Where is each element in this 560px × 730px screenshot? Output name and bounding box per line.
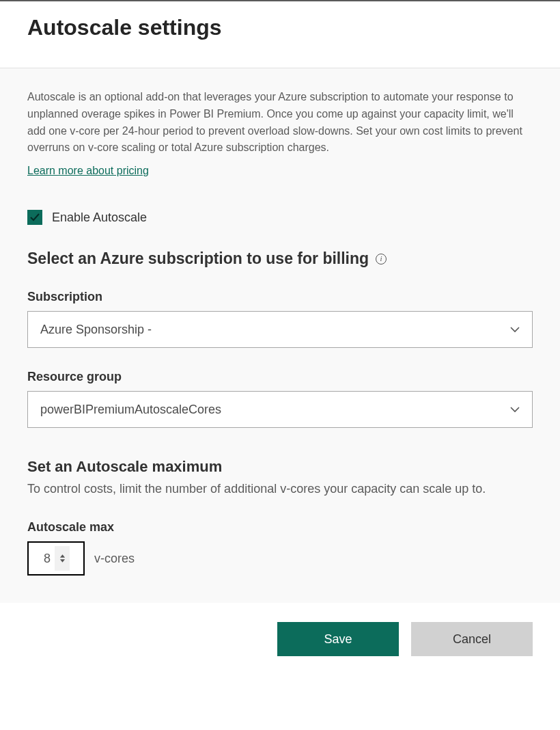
cancel-button[interactable]: Cancel <box>411 622 533 656</box>
chevron-down-icon <box>510 405 520 414</box>
subscription-dropdown[interactable]: Azure Sponsorship - <box>27 311 533 348</box>
subscription-value: Azure Sponsorship - <box>40 323 152 337</box>
dialog-footer: Save Cancel <box>0 603 560 668</box>
learn-more-link[interactable]: Learn more about pricing <box>27 165 149 177</box>
quantity-stepper[interactable] <box>55 546 70 571</box>
dialog-header: Autoscale settings <box>0 1 560 68</box>
billing-heading: Select an Azure subscription to use for … <box>27 249 533 268</box>
save-button[interactable]: Save <box>277 622 399 656</box>
enable-autoscale-row: Enable Autoscale <box>27 210 533 225</box>
svg-marker-1 <box>59 559 64 563</box>
info-icon[interactable]: i <box>376 254 387 265</box>
resource-group-label: Resource group <box>27 370 533 384</box>
resource-group-value: powerBIPremiumAutoscaleCores <box>40 403 221 417</box>
autoscale-max-input-wrap <box>27 541 85 576</box>
autoscale-max-input[interactable] <box>33 552 55 566</box>
maximum-description: To control costs, limit the number of ad… <box>27 480 533 498</box>
maximum-heading: Set an Autoscale maximum <box>27 458 533 476</box>
dialog-body: Autoscale is an optional add-on that lev… <box>0 68 560 603</box>
chevron-down-icon <box>510 325 520 334</box>
enable-autoscale-label: Enable Autoscale <box>52 211 147 225</box>
triangle-down-icon <box>59 558 66 563</box>
autoscale-max-unit: v-cores <box>94 552 135 566</box>
subscription-label: Subscription <box>27 290 533 304</box>
triangle-up-icon <box>59 554 66 558</box>
autoscale-max-label: Autoscale max <box>27 520 533 535</box>
autoscale-max-row: v-cores <box>27 541 533 576</box>
checkmark-icon <box>29 212 40 223</box>
enable-autoscale-checkbox[interactable] <box>27 210 42 225</box>
intro-text: Autoscale is an optional add-on that lev… <box>27 89 533 157</box>
resource-group-dropdown[interactable]: powerBIPremiumAutoscaleCores <box>27 391 533 428</box>
svg-marker-0 <box>59 554 64 558</box>
page-title: Autoscale settings <box>27 15 533 40</box>
billing-heading-text: Select an Azure subscription to use for … <box>27 249 369 268</box>
